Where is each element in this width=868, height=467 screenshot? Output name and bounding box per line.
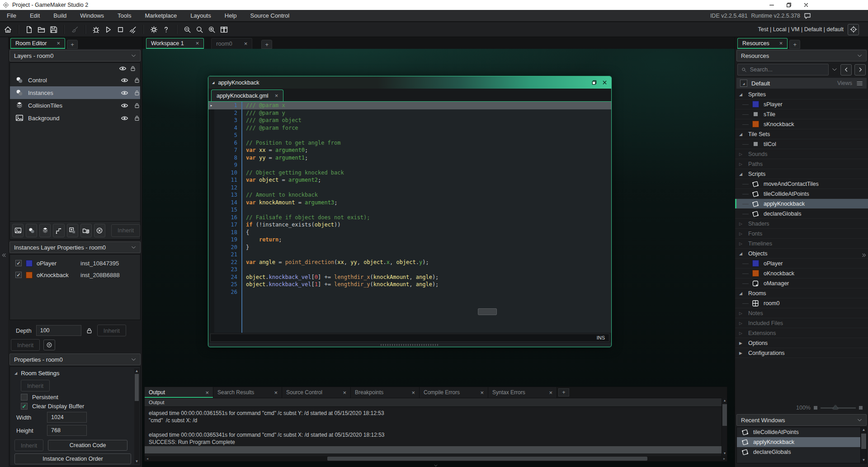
visibility-icon[interactable] bbox=[121, 76, 128, 84]
resource-group-tile-sets[interactable]: ◢ Tile Sets bbox=[735, 129, 868, 139]
resource-room0[interactable]: room0 bbox=[735, 298, 868, 308]
menu-help[interactable]: Help bbox=[218, 10, 244, 21]
output-vscrollbar[interactable]: ▴ ▾ bbox=[722, 398, 727, 456]
tab-room0[interactable]: room0× bbox=[211, 38, 252, 49]
view-menu-icon[interactable] bbox=[856, 80, 863, 87]
resource-oplayer[interactable]: oPlayer bbox=[735, 259, 868, 269]
breakpoint-margin[interactable] bbox=[208, 274, 214, 281]
breakpoint-margin[interactable] bbox=[208, 154, 214, 162]
close-button[interactable] bbox=[797, 0, 815, 10]
expanded-triangle-icon[interactable]: ◢ bbox=[739, 132, 744, 137]
code-line-12[interactable]: 12 bbox=[208, 184, 611, 192]
resource-tilecollideatpoints[interactable]: tileCollideAtPoints bbox=[735, 189, 868, 199]
breakpoint-margin[interactable] bbox=[208, 199, 214, 207]
layer-control[interactable]: Control bbox=[10, 74, 140, 86]
collapsed-triangle-icon[interactable]: ▷ bbox=[739, 321, 744, 325]
depth-input[interactable] bbox=[36, 325, 81, 336]
resource-root-row[interactable]: ◢ Default Views bbox=[736, 78, 867, 89]
menu-source-control[interactable]: Source Control bbox=[244, 10, 297, 21]
code-line-24[interactable]: 24 object.knockback_vel[0] += lengthdir_… bbox=[208, 274, 611, 281]
output-selected-row[interactable] bbox=[145, 446, 722, 453]
target-manager-button[interactable] bbox=[848, 24, 859, 35]
breakpoint-margin[interactable] bbox=[208, 259, 214, 266]
code-line-16[interactable]: 16 // Failsafe if object does not exist)… bbox=[208, 214, 611, 222]
collapsed-triangle-icon[interactable]: ▷ bbox=[739, 331, 744, 335]
breakpoint-margin[interactable] bbox=[208, 132, 214, 139]
breakpoint-margin[interactable] bbox=[208, 214, 214, 222]
zoom-slider-thumb[interactable] bbox=[833, 405, 838, 409]
breakpoint-margin[interactable] bbox=[208, 236, 214, 244]
instance-checkbox[interactable]: ✓ bbox=[15, 272, 22, 278]
visibility-all-icon[interactable] bbox=[119, 65, 127, 72]
close-tab-icon[interactable]: × bbox=[779, 40, 783, 47]
breakpoint-margin[interactable] bbox=[208, 109, 214, 117]
breakpoint-margin[interactable] bbox=[208, 176, 214, 184]
add-background-layer-button[interactable] bbox=[12, 224, 24, 237]
zoom-slider[interactable] bbox=[821, 407, 856, 409]
menu-file[interactable]: File bbox=[0, 10, 23, 21]
tab-search-results[interactable]: Search Results× bbox=[213, 387, 282, 398]
collapsed-triangle-icon[interactable]: ▷ bbox=[739, 311, 744, 316]
search-options-icon[interactable] bbox=[831, 67, 838, 72]
properties-scrollbar[interactable]: ▲ ▼ bbox=[134, 368, 139, 464]
recent-scrollbar[interactable]: ▲ ▼ bbox=[860, 427, 866, 463]
breakpoint-margin[interactable] bbox=[208, 184, 214, 192]
tab-compile-errors[interactable]: Compile Errors× bbox=[420, 387, 488, 398]
breakpoint-margin[interactable] bbox=[208, 206, 214, 214]
resource-stile[interactable]: sTile bbox=[735, 109, 868, 119]
code-line-14[interactable]: 14 var knockAmount = argument3; bbox=[208, 199, 611, 207]
add-x-circle-button[interactable] bbox=[94, 224, 105, 237]
layer-instances[interactable]: Instances bbox=[10, 86, 140, 99]
clear-display-buffer-checkbox[interactable]: ✓ bbox=[21, 403, 28, 410]
code-editor[interactable]: ▸ 1 /// @param x 2 /// @param y 3 /// @p… bbox=[208, 102, 611, 333]
new-file-button[interactable] bbox=[23, 24, 35, 35]
collapsed-triangle-icon[interactable]: ▷ bbox=[739, 231, 744, 236]
lock-all-icon[interactable] bbox=[130, 65, 136, 72]
breakpoint-margin[interactable] bbox=[208, 244, 214, 251]
resource-sknockback[interactable]: sKnockback bbox=[735, 119, 868, 129]
code-editor-window[interactable]: ◢ applyKnockback applyKnockback.gml × ▸ … bbox=[208, 76, 612, 347]
menu-windows[interactable]: Windows bbox=[73, 10, 111, 21]
layer-background[interactable]: Background bbox=[10, 112, 140, 124]
resource-group-sounds[interactable]: ▷ Sounds bbox=[735, 149, 868, 159]
code-line-19[interactable]: 19 return; bbox=[208, 236, 611, 244]
zoom-out-handle[interactable] bbox=[814, 406, 817, 410]
visibility-icon[interactable] bbox=[121, 114, 128, 122]
breakpoint-margin[interactable] bbox=[208, 281, 214, 288]
code-line-8[interactable]: 8 var yy = argument1; bbox=[208, 154, 611, 162]
stop-button[interactable] bbox=[114, 24, 127, 35]
left-dock-collapse-strip[interactable] bbox=[0, 37, 8, 467]
resource-group-objects[interactable]: ◢ Objects bbox=[735, 249, 868, 259]
room-properties-combo[interactable]: Properties - room0 bbox=[9, 354, 141, 365]
close-tab-icon[interactable]: × bbox=[205, 389, 209, 396]
output-hscrollbar[interactable]: ◂ ▸ bbox=[145, 456, 727, 461]
breakpoint-margin[interactable] bbox=[208, 124, 214, 132]
layers-inherit-button[interactable]: Inherit bbox=[111, 224, 140, 237]
zoom-reset-button[interactable] bbox=[193, 24, 206, 35]
close-tab-icon[interactable]: × bbox=[244, 40, 248, 47]
scroll-down-icon[interactable]: ▼ bbox=[134, 459, 139, 464]
resource-group-included-files[interactable]: ▷ Included Files bbox=[735, 318, 868, 328]
breakpoint-margin[interactable] bbox=[208, 161, 214, 169]
size-inherit-button[interactable]: Inherit bbox=[14, 439, 43, 451]
maximize-window-icon[interactable] bbox=[591, 80, 597, 85]
expanded-triangle-icon[interactable]: ◢ bbox=[739, 291, 744, 296]
collapse-left-icon[interactable] bbox=[1, 252, 7, 258]
code-line-13[interactable]: 13 // Amount to knockback bbox=[208, 191, 611, 199]
scroll-up-icon[interactable]: ▲ bbox=[861, 427, 867, 433]
expanded-triangle-icon[interactable]: ◢ bbox=[739, 92, 744, 97]
menu-edit[interactable]: Edit bbox=[23, 10, 47, 21]
code-line-23[interactable]: 23 bbox=[208, 266, 611, 274]
instance-checkbox[interactable]: ✓ bbox=[15, 260, 22, 266]
window-resize-grip[interactable] bbox=[208, 343, 611, 347]
close-tab-icon[interactable]: × bbox=[549, 389, 552, 396]
code-window-titlebar[interactable]: ◢ applyKnockback bbox=[208, 76, 611, 89]
code-line-6[interactable]: 6 // Position to get angle from bbox=[208, 139, 611, 147]
settings-gear-button[interactable] bbox=[148, 24, 160, 35]
code-line-4[interactable]: 4 /// @param force bbox=[208, 124, 611, 132]
run-play-button[interactable] bbox=[102, 24, 114, 35]
output-log[interactable]: elapsed time 00:00:00.0361551s for comma… bbox=[145, 407, 727, 456]
code-line-15[interactable]: 15 bbox=[208, 206, 611, 214]
tab-source-control[interactable]: Source Control× bbox=[282, 387, 351, 398]
add-tile-layer-button[interactable] bbox=[39, 224, 51, 237]
